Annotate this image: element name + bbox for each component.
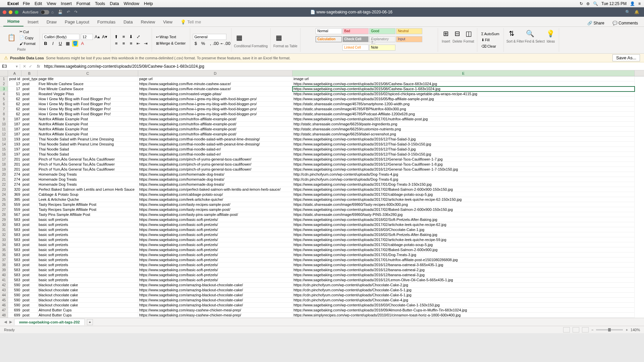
cell[interactable]: https://www.sagebaking.com/basic-soft-pr… — [138, 232, 292, 237]
cell[interactable]: post — [21, 92, 38, 97]
cell[interactable]: post — [21, 293, 38, 298]
style-input[interactable]: Input — [396, 36, 422, 42]
decrease-font-icon[interactable]: A▾ — [102, 34, 108, 40]
zoom-level[interactable]: 140% — [631, 328, 640, 332]
sort-filter-icon[interactable]: ⇅ — [506, 28, 517, 39]
row-header[interactable]: 5 — [0, 97, 8, 102]
cell[interactable]: Thai Noodle Salad — [38, 152, 138, 157]
cell[interactable]: post — [21, 273, 38, 278]
row-header[interactable]: 48 — [0, 313, 8, 318]
cell[interactable]: post — [21, 242, 38, 247]
cell[interactable]: post — [21, 232, 38, 237]
status-clock[interactable]: Tue 12:25 PM — [601, 1, 627, 6]
cell[interactable]: Thai Noodle Salad with Peanut Lime Dress… — [38, 137, 138, 142]
share-icon[interactable]: 🔔 — [634, 10, 639, 14]
cell[interactable]: 590 — [8, 288, 21, 293]
cell[interactable]: 193 — [8, 142, 21, 147]
align-right-icon[interactable]: ≡ — [128, 41, 134, 47]
cell[interactable]: post — [21, 217, 38, 222]
cell[interactable]: Homemade Dog Treats — [38, 172, 138, 177]
row-header[interactable]: 27 — [0, 207, 8, 212]
cell[interactable]: post — [21, 227, 38, 232]
fill-color-icon[interactable]: 🪣 — [72, 41, 78, 47]
style-calculation[interactable]: Calculation — [316, 36, 342, 42]
cell[interactable]: https://www.sagebaking.com/tasty-recipes… — [138, 207, 292, 212]
tab-page-layout[interactable]: Page Layout — [61, 17, 93, 26]
row-header[interactable]: 31 — [0, 227, 8, 232]
row-header[interactable]: 18 — [0, 162, 8, 167]
merge-center-button[interactable]: ⊞ Merge & Center — [155, 41, 187, 46]
font-select[interactable] — [43, 34, 79, 40]
row-header[interactable]: 39 — [0, 267, 8, 273]
cell[interactable]: Five Minute Cashew Sauce — [38, 86, 138, 92]
row-header[interactable]: 7 — [0, 107, 8, 112]
menu-tools[interactable]: Tools — [95, 1, 105, 6]
cell[interactable]: https://www.sagebaking.com/how-i-grew-my… — [138, 112, 292, 117]
cell[interactable]: post — [21, 192, 38, 197]
cell[interactable]: https://www.sagebaking.com/basic-soft-pr… — [138, 252, 292, 257]
cell[interactable]: https://www.sagebaking.com/homemade-dog-… — [138, 172, 292, 177]
cell[interactable]: https://www.sagebaking.com/wp-content/up… — [292, 278, 635, 283]
indent-left-icon[interactable]: ⇤ — [136, 41, 142, 47]
cell[interactable]: https://cdn.pinchofyum.com/wp-content/up… — [292, 298, 635, 303]
cell[interactable]: https://www.sagebaking.com/amazing-black… — [138, 303, 292, 308]
row-header[interactable]: 24 — [0, 192, 8, 197]
cell[interactable]: How I Grew My Blog with Food Blogger Pro… — [38, 97, 138, 102]
cell[interactable]: 583 — [8, 252, 21, 257]
row-header[interactable]: 17 — [0, 157, 8, 162]
cell[interactable]: https://www.sagebaking.com/wp-content/up… — [292, 142, 635, 147]
cell[interactable]: https://static.shareasale.com/image/4578… — [292, 112, 635, 117]
cell[interactable]: Pinch of Yum‚Äôs General Tso‚Äôs Caulifl… — [38, 162, 138, 167]
cell[interactable]: post — [21, 212, 38, 217]
tell-me[interactable]: 💡 Tell me — [176, 17, 205, 26]
cell[interactable]: Leek & Artichoke Quiche — [38, 197, 138, 202]
font-size-select[interactable] — [81, 34, 93, 40]
cell[interactable]: post — [21, 162, 38, 167]
row-header[interactable]: 12 — [0, 132, 8, 137]
menu-format[interactable]: Format — [76, 1, 90, 6]
header-cell[interactable]: image url — [292, 76, 635, 81]
menu-file[interactable]: File — [23, 1, 30, 6]
maximize-window-button[interactable] — [15, 10, 18, 14]
zoom-in-icon[interactable]: + — [626, 328, 628, 332]
accept-formula-icon[interactable]: ✓ — [29, 64, 32, 69]
cell[interactable]: 699 — [8, 308, 21, 313]
find-select-icon[interactable]: 🔍 — [525, 28, 535, 39]
cell[interactable]: basic soft pretzels — [38, 252, 138, 257]
status-sync-icon[interactable]: ↻ — [580, 1, 583, 6]
cell[interactable]: https://www.sagebaking.com/amazing-black… — [138, 293, 292, 298]
menu-insert[interactable]: Insert — [61, 1, 72, 6]
cell[interactable]: post — [21, 283, 38, 288]
cell[interactable]: post — [21, 112, 38, 117]
cell[interactable]: https://www.sagebaking.com/wp-content/up… — [292, 308, 635, 313]
status-menu-icon[interactable]: ≡ — [638, 1, 641, 6]
cell[interactable]: 583 — [8, 262, 21, 267]
cell[interactable]: https://www.sagebaking.com/thai-noodle-s… — [138, 147, 292, 152]
cell[interactable]: Roasted Veggie Pitas — [38, 92, 138, 97]
align-left-icon[interactable]: ≡ — [113, 41, 119, 47]
cell[interactable]: https://cdn.pinchofyum.com/wp-content/up… — [292, 293, 635, 298]
cell[interactable]: https://www.sagebaking.com/basic-soft-pr… — [138, 242, 292, 247]
fill-button[interactable]: ⬇ Fill — [480, 37, 501, 43]
zoom-slider[interactable] — [596, 329, 623, 330]
cell[interactable]: https://static.shareasale.com/image/4578… — [292, 102, 635, 107]
cell[interactable]: 187 — [8, 117, 21, 122]
orientation-icon[interactable]: ⤢ — [136, 34, 142, 40]
cell[interactable]: 590 — [8, 298, 21, 303]
cell[interactable]: Pinch of Yum‚Äôs General Tso‚Äôs Caulifl… — [38, 167, 138, 172]
cell[interactable]: https://www.sagebaking.com/wp-content/up… — [292, 207, 635, 212]
save-as-button[interactable]: Save As... — [612, 54, 640, 61]
cell[interactable]: https://www.sagebaking.com/basic-soft-pr… — [138, 262, 292, 267]
row-header[interactable]: 35 — [0, 247, 8, 252]
cell[interactable]: 369 — [8, 192, 21, 197]
tab-home[interactable]: Home — [3, 17, 23, 26]
cell[interactable]: Thai Noodle Salad — [38, 147, 138, 152]
delete-cell-icon[interactable]: ⊟ — [452, 28, 463, 39]
cell[interactable]: post — [21, 262, 38, 267]
font-color-icon[interactable]: A — [79, 41, 86, 47]
sheet-nav-prev-icon[interactable]: ◀ — [3, 320, 8, 324]
style-bad[interactable]: Bad — [342, 28, 369, 34]
cell[interactable]: https://www.sagebaking.com/nutrifox-affi… — [138, 127, 292, 132]
row-header[interactable]: 46 — [0, 303, 8, 308]
currency-icon[interactable]: $ — [193, 41, 199, 47]
